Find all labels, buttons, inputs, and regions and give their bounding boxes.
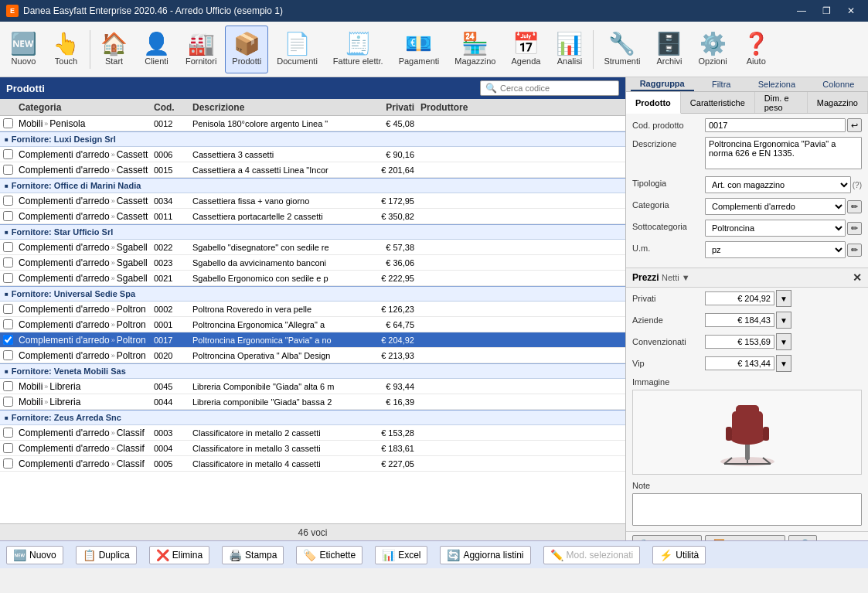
list-item[interactable]: Complementi d'arredo»Sgabell 0022 Sgabel… xyxy=(0,240,625,255)
price-aziende-dropdown[interactable]: ▼ xyxy=(776,312,791,329)
statusbar-modsel-btn[interactable]: ✏️ Mod. selezionati xyxy=(543,546,641,564)
toolbar-btn-fornitori[interactable]: 🏭 Fornitori xyxy=(179,26,223,73)
categoria-edit-btn[interactable]: ✏ xyxy=(847,200,862,213)
list-item[interactable]: Complementi d'arredo»Poltron 0001 Poltro… xyxy=(0,317,625,332)
price-convenzionati-input[interactable] xyxy=(705,335,774,349)
minimize-button[interactable]: — xyxy=(791,0,812,22)
list-item[interactable]: Complementi d'arredo»Cassett 0034 Casset… xyxy=(0,193,625,209)
tab-dim-peso[interactable]: Dim. e peso xyxy=(755,92,808,113)
list-item[interactable]: Mobili»Libreria 0045 Libreria Componibil… xyxy=(0,379,625,394)
list-item[interactable]: Complementi d'arredo»Sgabell 0023 Sgabel… xyxy=(0,255,625,271)
restore-button[interactable]: ❐ xyxy=(815,0,837,22)
search-input[interactable] xyxy=(500,83,608,93)
statusbar-elimina-btn[interactable]: ❌ Elimina xyxy=(149,546,209,564)
list-item[interactable]: Complementi d'arredo»Cassett 0011 Casset… xyxy=(0,209,625,224)
toolbar-btn-aiuto[interactable]: ❓ Aiuto xyxy=(736,26,777,73)
cod-prodotto-btn[interactable]: ↩ xyxy=(847,118,862,132)
toolbar-btn-opzioni[interactable]: ⚙️ Opzioni xyxy=(691,26,734,73)
list-item[interactable]: Complementi d'arredo»Cassett 0006 Casset… xyxy=(0,147,625,162)
price-privati-input[interactable] xyxy=(705,291,774,305)
statusbar-aggiorna-icon: 🔄 xyxy=(447,549,460,561)
statusbar-excel-btn[interactable]: 📊 Excel xyxy=(375,546,427,564)
row-checkbox[interactable] xyxy=(3,118,13,128)
raggruppa-btn[interactable]: Raggruppa xyxy=(631,77,694,91)
row-checkbox[interactable] xyxy=(3,304,13,314)
toolbar-btn-clienti[interactable]: 👤 Clienti xyxy=(136,26,177,73)
statusbar-utilita-btn[interactable]: ⚡ Utilità xyxy=(652,546,706,564)
prezzi-close-btn[interactable]: ✕ xyxy=(853,271,862,284)
list-item[interactable]: Complementi d'arredo»Sgabell 0021 Sgabel… xyxy=(0,271,625,286)
statusbar-stampa-btn[interactable]: 🖨️ Stampa xyxy=(222,546,284,564)
note-input[interactable] xyxy=(632,493,862,526)
list-item-selected[interactable]: Complementi d'arredo»Poltron 0017 Poltro… xyxy=(0,332,625,348)
toolbar-btn-analisi[interactable]: 📊 Analisi xyxy=(549,26,590,73)
statusbar-etichette-btn[interactable]: 🏷️ Etichette xyxy=(296,546,363,564)
row-checkbox[interactable] xyxy=(3,165,13,175)
row-checkbox[interactable] xyxy=(3,242,13,252)
statusbar-duplica-btn[interactable]: 📋 Duplica xyxy=(76,546,137,564)
close-button[interactable]: ✕ xyxy=(840,0,862,22)
sottocategoria-edit-btn[interactable]: ✏ xyxy=(847,222,862,235)
row-checkbox[interactable] xyxy=(3,319,13,329)
tab-magazzino[interactable]: Magazzino xyxy=(808,92,868,113)
list-item[interactable]: Complementi d'arredo»Classif 0004 Classi… xyxy=(0,441,625,456)
descrizione-input[interactable]: Poltroncina Ergonomica "Pavia" a norma 6… xyxy=(705,137,862,169)
row-checkbox[interactable] xyxy=(3,381,13,391)
row-checkbox[interactable] xyxy=(3,443,13,453)
row-checkbox[interactable] xyxy=(3,196,13,206)
toolbar-btn-touch[interactable]: 👆 Touch xyxy=(46,26,87,73)
allegati-btn[interactable]: 📎 Allegati... xyxy=(632,535,702,540)
price-vip-input[interactable] xyxy=(705,356,774,370)
row-checkbox[interactable] xyxy=(3,211,13,221)
list-item[interactable]: Complementi d'arredo»Poltron 0002 Poltro… xyxy=(0,302,625,317)
toolbar-btn-documenti[interactable]: 📄 Documenti xyxy=(270,26,325,73)
um-edit-btn[interactable]: ✏ xyxy=(847,244,862,257)
tipologia-select[interactable]: Art. con magazzino xyxy=(705,176,851,193)
tab-prodotto[interactable]: Prodotto xyxy=(626,92,681,114)
toolbar-btn-prodotti[interactable]: 📦 Prodotti xyxy=(225,26,268,73)
row-checkbox[interactable] xyxy=(3,149,13,159)
toolbar-btn-fatture[interactable]: 🧾 Fatture elettr. xyxy=(326,26,390,73)
toolbar-btn-nuovo[interactable]: 🆕 Nuovo xyxy=(3,26,44,73)
colonne-btn[interactable]: Colonne xyxy=(813,78,863,90)
categoria-select[interactable]: Complementi d'arredo xyxy=(705,198,846,215)
row-checkbox[interactable] xyxy=(3,335,13,345)
price-convenzionati-dropdown[interactable]: ▼ xyxy=(776,333,791,350)
tab-caratteristiche[interactable]: Caratteristiche xyxy=(681,92,755,113)
prezzi-netti[interactable]: Netti ▼ xyxy=(662,273,690,282)
toolbar-btn-archivi[interactable]: 🗄️ Archivi xyxy=(648,26,689,73)
row-checkbox[interactable] xyxy=(3,350,13,360)
filtra-btn[interactable]: Filtra xyxy=(703,78,740,90)
list-item[interactable]: Complementi d'arredo»Classif 0005 Classi… xyxy=(0,456,625,472)
statusbar-nuovo-btn[interactable]: 🆕 Nuovo xyxy=(6,546,63,564)
analisi-icon: 📊 xyxy=(556,33,583,55)
row-checkbox[interactable] xyxy=(3,458,13,469)
row-checkbox[interactable] xyxy=(3,273,13,283)
seleziona-btn[interactable]: Seleziona xyxy=(749,78,805,90)
list-content[interactable]: Mobili»Penisola 0012 Penisola 180°colore… xyxy=(0,116,625,523)
price-aziende-input[interactable] xyxy=(705,313,774,327)
um-select[interactable]: pz xyxy=(705,241,846,258)
list-item[interactable]: Complementi d'arredo»Poltron 0020 Poltro… xyxy=(0,348,625,363)
list-item[interactable]: Mobili»Penisola 0012 Penisola 180°colore… xyxy=(0,116,625,131)
toolbar-btn-strumenti[interactable]: 🔧 Strumenti xyxy=(597,26,647,73)
toolbar-btn-magazzino[interactable]: 🏪 Magazzino xyxy=(448,26,502,73)
row-checkbox[interactable] xyxy=(3,257,13,268)
desc-cell: Cassettiera fissa + vano giorno xyxy=(192,196,359,206)
statusbar-aggiorna-btn[interactable]: 🔄 Aggiorna listini xyxy=(440,546,530,564)
price-privati-dropdown[interactable]: ▼ xyxy=(776,290,791,307)
search-box[interactable]: 🔍 xyxy=(480,80,619,96)
row-checkbox[interactable] xyxy=(3,428,13,438)
list-item[interactable]: Complementi d'arredo»Cassett 0015 Casset… xyxy=(0,162,625,178)
list-item[interactable]: Complementi d'arredo»Classif 0003 Classi… xyxy=(0,425,625,441)
price-vip-dropdown[interactable]: ▼ xyxy=(776,355,791,372)
cod-prodotto-input[interactable] xyxy=(705,118,846,132)
sottocategoria-select[interactable]: Poltroncina xyxy=(705,220,846,237)
toolbar-btn-start[interactable]: 🏠 Start xyxy=(94,26,134,73)
toolbar-btn-agenda[interactable]: 📅 Agenda xyxy=(504,26,547,73)
list-item[interactable]: Mobili»Libreria 0044 Libreria componibil… xyxy=(0,394,625,410)
row-checkbox[interactable] xyxy=(3,397,13,407)
link-btn[interactable]: 🔗 xyxy=(788,535,817,540)
immagine-btn[interactable]: 🖼️ Immagine... xyxy=(705,535,785,540)
toolbar-btn-pagamenti[interactable]: 💶 Pagamenti xyxy=(392,26,447,73)
